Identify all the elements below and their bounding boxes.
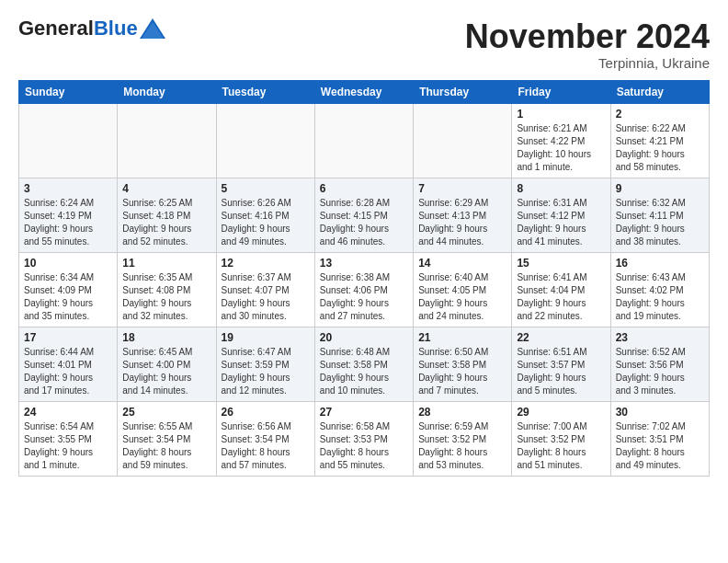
calendar-cell: 26Sunrise: 6:56 AM Sunset: 3:54 PM Dayli…: [216, 401, 314, 476]
day-info: Sunrise: 6:54 AM Sunset: 3:55 PM Dayligh…: [24, 420, 112, 472]
day-number: 22: [517, 331, 605, 344]
day-info: Sunrise: 7:00 AM Sunset: 3:52 PM Dayligh…: [517, 420, 605, 472]
day-number: 2: [616, 108, 704, 121]
day-info: Sunrise: 6:55 AM Sunset: 3:54 PM Dayligh…: [122, 420, 210, 472]
day-number: 24: [24, 406, 112, 419]
day-info: Sunrise: 6:37 AM Sunset: 4:07 PM Dayligh…: [222, 271, 310, 323]
day-number: 20: [320, 331, 408, 344]
day-info: Sunrise: 6:28 AM Sunset: 4:15 PM Dayligh…: [320, 197, 408, 248]
calendar-cell: 11Sunrise: 6:35 AM Sunset: 4:08 PM Dayli…: [118, 252, 216, 327]
day-number: 15: [517, 257, 605, 270]
calendar-cell: 30Sunrise: 7:02 AM Sunset: 3:51 PM Dayli…: [610, 401, 709, 476]
day-number: 23: [616, 331, 704, 344]
day-info: Sunrise: 6:40 AM Sunset: 4:05 PM Dayligh…: [418, 271, 506, 323]
day-number: 8: [517, 182, 605, 195]
calendar-cell: 23Sunrise: 6:52 AM Sunset: 3:56 PM Dayli…: [610, 327, 709, 401]
calendar-cell: 4Sunrise: 6:25 AM Sunset: 4:18 PM Daylig…: [118, 178, 216, 252]
calendar-header-row: SundayMondayTuesdayWednesdayThursdayFrid…: [19, 80, 710, 103]
day-number: 27: [320, 406, 408, 419]
day-number: 16: [616, 257, 704, 270]
header: GeneralBlue November 2024 Terpinnia, Ukr…: [18, 18, 710, 71]
calendar-cell: 8Sunrise: 6:31 AM Sunset: 4:12 PM Daylig…: [512, 178, 610, 252]
day-info: Sunrise: 6:48 AM Sunset: 3:58 PM Dayligh…: [320, 346, 408, 397]
calendar-cell: [19, 103, 118, 178]
svg-marker-1: [142, 22, 164, 39]
page: GeneralBlue November 2024 Terpinnia, Ukr…: [0, 0, 728, 486]
day-number: 29: [517, 406, 605, 419]
calendar-cell: 15Sunrise: 6:41 AM Sunset: 4:04 PM Dayli…: [512, 252, 610, 327]
day-number: 7: [418, 182, 506, 195]
day-number: 4: [122, 182, 210, 195]
day-info: Sunrise: 6:56 AM Sunset: 3:54 PM Dayligh…: [222, 420, 310, 472]
day-number: 26: [222, 406, 310, 419]
weekday-header-monday: Monday: [118, 80, 216, 103]
weekday-header-saturday: Saturday: [610, 80, 709, 103]
day-info: Sunrise: 6:41 AM Sunset: 4:04 PM Dayligh…: [517, 271, 605, 323]
day-number: 18: [122, 331, 210, 344]
calendar-cell: 27Sunrise: 6:58 AM Sunset: 3:53 PM Dayli…: [314, 401, 413, 476]
day-number: 10: [24, 257, 112, 270]
calendar-cell: [216, 103, 314, 178]
calendar-cell: 9Sunrise: 6:32 AM Sunset: 4:11 PM Daylig…: [610, 178, 709, 252]
calendar-cell: [314, 103, 413, 178]
calendar-cell: 12Sunrise: 6:37 AM Sunset: 4:07 PM Dayli…: [216, 252, 314, 327]
day-number: 21: [418, 331, 506, 344]
calendar-cell: 29Sunrise: 7:00 AM Sunset: 3:52 PM Dayli…: [512, 401, 610, 476]
day-info: Sunrise: 6:45 AM Sunset: 4:00 PM Dayligh…: [122, 346, 210, 397]
day-number: 6: [320, 182, 408, 195]
calendar-week-row: 1Sunrise: 6:21 AM Sunset: 4:22 PM Daylig…: [19, 103, 710, 178]
month-title: November 2024: [465, 18, 710, 55]
calendar-cell: 7Sunrise: 6:29 AM Sunset: 4:13 PM Daylig…: [414, 178, 512, 252]
calendar-cell: 13Sunrise: 6:38 AM Sunset: 4:06 PM Dayli…: [314, 252, 413, 327]
calendar-cell: 28Sunrise: 6:59 AM Sunset: 3:52 PM Dayli…: [414, 401, 512, 476]
day-info: Sunrise: 6:26 AM Sunset: 4:16 PM Dayligh…: [222, 197, 310, 248]
day-number: 17: [24, 331, 112, 344]
day-info: Sunrise: 6:52 AM Sunset: 3:56 PM Dayligh…: [616, 346, 704, 397]
calendar-cell: 1Sunrise: 6:21 AM Sunset: 4:22 PM Daylig…: [512, 103, 610, 178]
calendar-cell: 6Sunrise: 6:28 AM Sunset: 4:15 PM Daylig…: [314, 178, 413, 252]
calendar-cell: 14Sunrise: 6:40 AM Sunset: 4:05 PM Dayli…: [414, 252, 512, 327]
calendar-cell: [414, 103, 512, 178]
day-info: Sunrise: 6:47 AM Sunset: 3:59 PM Dayligh…: [222, 346, 310, 397]
day-info: Sunrise: 6:43 AM Sunset: 4:02 PM Dayligh…: [616, 271, 704, 323]
day-number: 12: [222, 257, 310, 270]
weekday-header-wednesday: Wednesday: [314, 80, 413, 103]
logo-text: GeneralBlue: [18, 18, 138, 39]
day-info: Sunrise: 6:59 AM Sunset: 3:52 PM Dayligh…: [418, 420, 506, 472]
day-number: 30: [616, 406, 704, 419]
calendar-week-row: 3Sunrise: 6:24 AM Sunset: 4:19 PM Daylig…: [19, 178, 710, 252]
calendar-cell: 25Sunrise: 6:55 AM Sunset: 3:54 PM Dayli…: [118, 401, 216, 476]
day-number: 11: [122, 257, 210, 270]
day-info: Sunrise: 6:25 AM Sunset: 4:18 PM Dayligh…: [122, 197, 210, 248]
day-number: 13: [320, 257, 408, 270]
calendar-cell: 3Sunrise: 6:24 AM Sunset: 4:19 PM Daylig…: [19, 178, 118, 252]
calendar-cell: [118, 103, 216, 178]
logo: GeneralBlue: [18, 18, 165, 39]
day-info: Sunrise: 7:02 AM Sunset: 3:51 PM Dayligh…: [616, 420, 704, 472]
calendar-week-row: 10Sunrise: 6:34 AM Sunset: 4:09 PM Dayli…: [19, 252, 710, 327]
day-info: Sunrise: 6:31 AM Sunset: 4:12 PM Dayligh…: [517, 197, 605, 248]
day-number: 1: [517, 108, 605, 121]
weekday-header-sunday: Sunday: [19, 80, 118, 103]
logo-general: General: [18, 17, 94, 40]
location-subtitle: Terpinnia, Ukraine: [465, 55, 710, 71]
day-info: Sunrise: 6:58 AM Sunset: 3:53 PM Dayligh…: [320, 420, 408, 472]
weekday-header-thursday: Thursday: [414, 80, 512, 103]
calendar-cell: 17Sunrise: 6:44 AM Sunset: 4:01 PM Dayli…: [19, 327, 118, 401]
day-number: 25: [122, 406, 210, 419]
day-info: Sunrise: 6:29 AM Sunset: 4:13 PM Dayligh…: [418, 197, 506, 248]
calendar-cell: 10Sunrise: 6:34 AM Sunset: 4:09 PM Dayli…: [19, 252, 118, 327]
day-info: Sunrise: 6:32 AM Sunset: 4:11 PM Dayligh…: [616, 197, 704, 248]
day-number: 9: [616, 182, 704, 195]
calendar-cell: 5Sunrise: 6:26 AM Sunset: 4:16 PM Daylig…: [216, 178, 314, 252]
calendar-cell: 21Sunrise: 6:50 AM Sunset: 3:58 PM Dayli…: [414, 327, 512, 401]
calendar-cell: 18Sunrise: 6:45 AM Sunset: 4:00 PM Dayli…: [118, 327, 216, 401]
calendar-cell: 20Sunrise: 6:48 AM Sunset: 3:58 PM Dayli…: [314, 327, 413, 401]
calendar-table: SundayMondayTuesdayWednesdayThursdayFrid…: [18, 80, 710, 477]
day-number: 3: [24, 182, 112, 195]
day-info: Sunrise: 6:38 AM Sunset: 4:06 PM Dayligh…: [320, 271, 408, 323]
day-info: Sunrise: 6:34 AM Sunset: 4:09 PM Dayligh…: [24, 271, 112, 323]
calendar-cell: 16Sunrise: 6:43 AM Sunset: 4:02 PM Dayli…: [610, 252, 709, 327]
day-info: Sunrise: 6:51 AM Sunset: 3:57 PM Dayligh…: [517, 346, 605, 397]
calendar-cell: 22Sunrise: 6:51 AM Sunset: 3:57 PM Dayli…: [512, 327, 610, 401]
